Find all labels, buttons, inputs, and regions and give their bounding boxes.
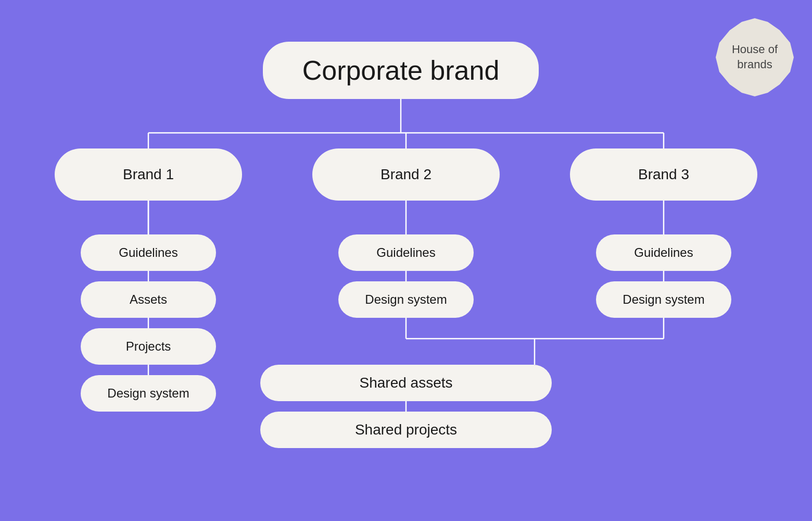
brand3-design-label: Design system [623,292,704,307]
brand1-design-label: Design system [107,386,189,401]
brand2-design-label: Design system [365,292,447,307]
brand1-guidelines-label: Guidelines [119,245,177,260]
shared-assets-node: Shared assets [260,365,552,401]
brand3-design-node: Design system [596,281,731,318]
brand1-projects-node: Projects [81,328,216,365]
corporate-brand-label: Corporate brand [302,55,500,86]
brand2-design-node: Design system [338,281,474,318]
brand1-label: Brand 1 [123,166,174,183]
house-of-brands-label: House of brands [713,42,796,72]
diagram-container: Corporate brand Brand 1 Brand 2 Brand 3 … [0,0,812,521]
brand1-design-node: Design system [81,375,216,412]
shared-projects-node: Shared projects [260,412,552,448]
brand2-guidelines-label: Guidelines [376,245,435,260]
house-of-brands-text: House of brands [713,16,796,99]
brand1-projects-label: Projects [126,339,171,354]
brand3-node: Brand 3 [570,148,757,201]
brand1-guidelines-node: Guidelines [81,234,216,271]
shared-projects-label: Shared projects [355,421,457,438]
shared-assets-label: Shared assets [360,375,453,391]
brand3-label: Brand 3 [638,166,689,183]
brand2-node: Brand 2 [312,148,500,201]
brand2-label: Brand 2 [380,166,432,183]
brand1-assets-label: Assets [130,292,167,307]
brand2-guidelines-node: Guidelines [338,234,474,271]
brand1-assets-node: Assets [81,281,216,318]
corporate-brand-node: Corporate brand [263,42,539,99]
brand3-guidelines-node: Guidelines [596,234,731,271]
brand3-guidelines-label: Guidelines [634,245,693,260]
brand1-node: Brand 1 [55,148,242,201]
